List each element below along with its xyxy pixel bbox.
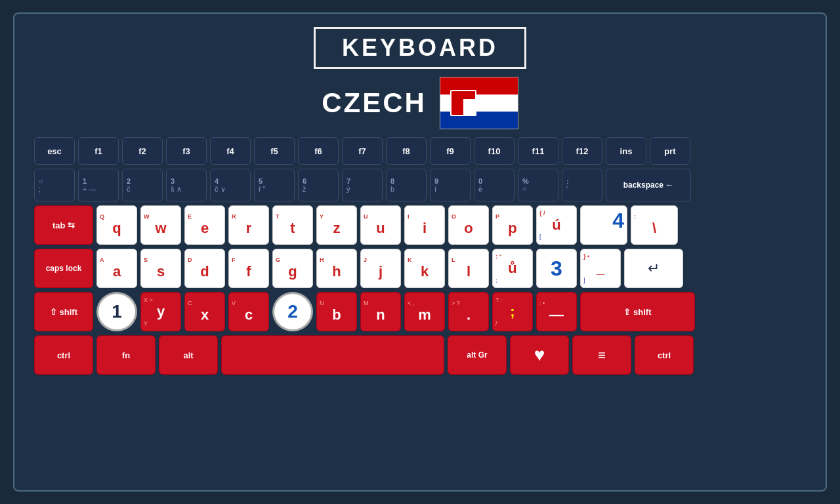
keyboard: esc f1 f2 f3 f4 f5 f6 f7 f8 f9 f10 f11 f… [34, 137, 806, 375]
key-ctrl-left[interactable]: ctrl [34, 335, 93, 375]
key-alt-left[interactable]: alt [159, 335, 218, 375]
heart-icon: ♥ [534, 345, 545, 366]
key-shift-left[interactable]: ⇧ shift [34, 292, 93, 331]
key-esc[interactable]: esc [34, 137, 75, 165]
key-f3[interactable]: f3 [166, 137, 207, 165]
key-circle-2[interactable]: 2 [272, 292, 313, 331]
key-period[interactable]: ? : ; / [492, 292, 533, 331]
key-bracket-close[interactable]: } • _ ] [580, 249, 621, 288]
key-alt-gr[interactable]: alt Gr [448, 335, 507, 375]
flag-croatia [440, 77, 518, 129]
key-i[interactable]: I i [404, 205, 445, 245]
key-b[interactable]: N b [316, 292, 357, 331]
key-3[interactable]: 3 š ∧ [166, 169, 207, 201]
asdf-row: caps lock A a S s D d [34, 249, 806, 288]
key-g[interactable]: G g [272, 249, 313, 288]
key-3-badge[interactable]: 3 [536, 249, 577, 288]
number-key-row: ○ ; 1 + — 2 č 3 š ∧ [34, 169, 806, 201]
key-semicolon[interactable]: : " ů ; [492, 249, 533, 288]
key-f6[interactable]: f6 [298, 137, 339, 165]
key-k[interactable]: K k [404, 249, 445, 288]
key-f[interactable]: F f [228, 249, 269, 288]
key-percent[interactable]: % = [518, 169, 558, 201]
key-tab[interactable]: tab ⇆ [34, 205, 93, 245]
language-label: CZECH [322, 87, 427, 119]
key-f9[interactable]: f9 [430, 137, 471, 165]
key-x[interactable]: X > y Y [140, 292, 181, 331]
key-circle-1[interactable]: 1 [96, 292, 137, 331]
key-minus[interactable]: : • — [536, 292, 577, 331]
key-ctrl-right[interactable]: ctrl [635, 335, 694, 375]
key-y[interactable]: Y z [316, 205, 357, 245]
key-space[interactable] [221, 335, 444, 375]
key-f11[interactable]: f11 [518, 137, 558, 165]
key-m[interactable]: < , m [404, 292, 445, 331]
key-q[interactable]: Q q [96, 205, 137, 245]
key-shift-right[interactable]: ⇧ shift [580, 292, 695, 331]
key-ins[interactable]: ins [606, 137, 646, 165]
key-tilde[interactable]: ○ ; [34, 169, 75, 201]
key-f8[interactable]: f8 [386, 137, 427, 165]
key-l[interactable]: L l [448, 249, 489, 288]
key-d[interactable]: D d [184, 249, 225, 288]
key-s[interactable]: S s [140, 249, 181, 288]
key-backslash[interactable]: : \ [631, 205, 678, 245]
page-title: KEYBOARD [342, 34, 498, 61]
key-capslock[interactable]: caps lock [34, 249, 93, 288]
language-row: CZECH [322, 77, 518, 129]
key-0[interactable]: 0 è [474, 169, 514, 201]
key-colon[interactable]: : ' [562, 169, 602, 201]
key-8[interactable]: 8 b [386, 169, 427, 201]
key-p[interactable]: P p [492, 205, 533, 245]
key-1[interactable]: 1 + — [78, 169, 119, 201]
key-backspace[interactable]: backspace ← [606, 169, 691, 201]
key-2[interactable]: 2 č [122, 169, 163, 201]
key-f4[interactable]: f4 [210, 137, 251, 165]
main-container: KEYBOARD CZECH esc f1 f2 f3 f4 f5 [13, 12, 827, 492]
key-e[interactable]: E e [184, 205, 225, 245]
key-9[interactable]: 9 í [430, 169, 471, 201]
key-4-badge[interactable]: 4 [580, 205, 627, 245]
key-f2[interactable]: f2 [122, 137, 163, 165]
zxcv-row: ⇧ shift 1 X > y Y C x V [34, 292, 806, 331]
key-r[interactable]: R r [228, 205, 269, 245]
key-a[interactable]: A a [96, 249, 137, 288]
flag-emblem [450, 90, 476, 116]
key-u[interactable]: U u [360, 205, 401, 245]
key-enter[interactable]: ↵ [624, 249, 683, 288]
key-n[interactable]: M n [360, 292, 401, 331]
key-heart[interactable]: ♥ [510, 335, 569, 375]
key-h[interactable]: H h [316, 249, 357, 288]
key-7[interactable]: 7 ý [342, 169, 383, 201]
key-j[interactable]: J j [360, 249, 401, 288]
key-f1[interactable]: f1 [78, 137, 119, 165]
key-6[interactable]: 6 ž [298, 169, 339, 201]
key-c[interactable]: C x [184, 292, 225, 331]
qwerty-row: tab ⇆ Q q W w E e [34, 205, 806, 245]
key-menu[interactable]: ≡ [572, 335, 631, 375]
key-prt[interactable]: prt [650, 137, 690, 165]
function-key-row: esc f1 f2 f3 f4 f5 f6 f7 f8 f9 f10 f11 f… [34, 137, 806, 165]
title-box: KEYBOARD [314, 27, 526, 69]
key-o[interactable]: O o [448, 205, 489, 245]
key-5[interactable]: 5 ř " [254, 169, 295, 201]
key-f7[interactable]: f7 [342, 137, 383, 165]
key-4[interactable]: 4 č ∨ [210, 169, 251, 201]
key-f12[interactable]: f12 [562, 137, 602, 165]
key-f10[interactable]: f10 [474, 137, 514, 165]
key-f5[interactable]: f5 [254, 137, 295, 165]
key-fn[interactable]: fn [96, 335, 156, 375]
menu-icon: ≡ [598, 348, 606, 363]
key-comma[interactable]: > ? . [448, 292, 489, 331]
key-w[interactable]: W w [140, 205, 181, 245]
key-v[interactable]: V c [228, 292, 269, 331]
bottom-row: ctrl fn alt alt Gr ♥ ≡ ctrl [34, 335, 806, 375]
key-bracket-open[interactable]: { / ú [ [536, 205, 577, 245]
key-t[interactable]: T t [272, 205, 313, 245]
